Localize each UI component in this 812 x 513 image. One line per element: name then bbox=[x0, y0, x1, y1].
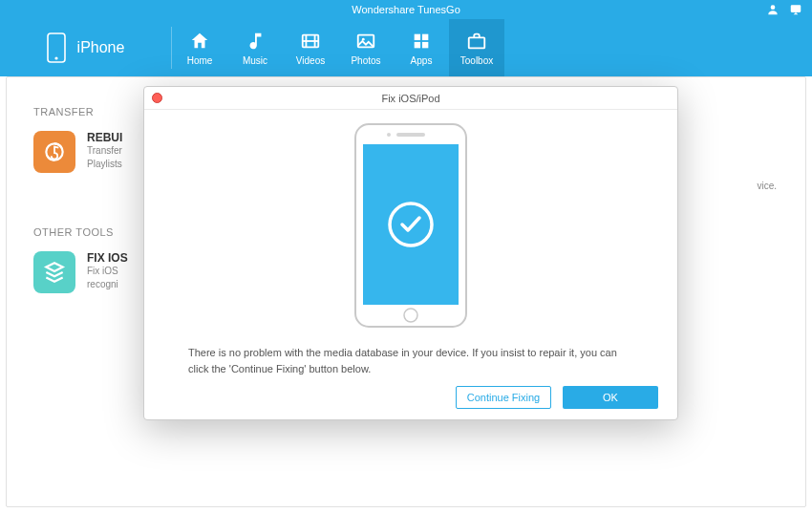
feedback-icon[interactable] bbox=[789, 3, 802, 16]
nav-label: Photos bbox=[351, 55, 380, 66]
nav-label: Apps bbox=[411, 55, 433, 66]
tool-title: FIX IOS bbox=[87, 251, 128, 265]
nav-label: Music bbox=[243, 55, 267, 66]
nav-label: Toolbox bbox=[460, 55, 493, 66]
nav-home[interactable]: Home bbox=[172, 19, 227, 76]
svg-point-0 bbox=[771, 5, 776, 10]
close-icon[interactable] bbox=[152, 93, 162, 103]
nav-label: Home bbox=[187, 55, 213, 66]
fix-ios-icon bbox=[33, 251, 75, 293]
svg-point-3 bbox=[54, 56, 57, 59]
main-nav: iPhone Home Music Videos Photos Apps Too… bbox=[0, 19, 812, 76]
nav-music[interactable]: Music bbox=[227, 19, 283, 76]
svg-point-19 bbox=[387, 133, 391, 137]
nav-label: Videos bbox=[296, 55, 325, 66]
tool-desc: recogni bbox=[87, 278, 128, 291]
svg-rect-10 bbox=[415, 33, 420, 39]
svg-rect-18 bbox=[396, 133, 425, 137]
svg-rect-13 bbox=[422, 41, 428, 47]
tool-desc: Playlists bbox=[87, 158, 122, 171]
device-selector[interactable]: iPhone bbox=[0, 27, 172, 69]
svg-rect-17 bbox=[363, 144, 459, 305]
app-title: Wondershare TunesGo bbox=[352, 4, 460, 15]
svg-rect-11 bbox=[422, 33, 428, 39]
modal-footer: Continue Fixing OK bbox=[144, 376, 677, 422]
rebuild-icon bbox=[33, 131, 75, 173]
svg-rect-14 bbox=[469, 37, 485, 48]
overflow-text: vice. bbox=[757, 181, 777, 191]
modal-title: Fix iOS/iPod bbox=[381, 93, 439, 104]
tool-title: REBUI bbox=[87, 131, 122, 144]
app-titlebar: Wondershare TunesGo bbox=[0, 0, 812, 19]
device-name: iPhone bbox=[77, 39, 125, 56]
continue-fixing-button[interactable]: Continue Fixing bbox=[456, 386, 551, 409]
svg-rect-1 bbox=[791, 5, 801, 12]
phone-icon bbox=[47, 32, 66, 63]
svg-rect-22 bbox=[354, 182, 355, 198]
nav-toolbox[interactable]: Toolbox bbox=[449, 19, 504, 76]
svg-rect-21 bbox=[354, 161, 355, 177]
nav-videos[interactable]: Videos bbox=[283, 19, 338, 76]
fix-ios-modal: Fix iOS/iPod There is no problem with th… bbox=[143, 86, 678, 420]
phone-illustration bbox=[354, 123, 467, 331]
svg-rect-12 bbox=[415, 41, 420, 47]
tool-desc: Transfer bbox=[87, 144, 122, 158]
tool-desc: Fix iOS bbox=[87, 265, 128, 278]
modal-message: There is no problem with the media datab… bbox=[188, 345, 633, 376]
nav-photos[interactable]: Photos bbox=[338, 19, 394, 76]
nav-apps[interactable]: Apps bbox=[394, 19, 449, 76]
modal-header: Fix iOS/iPod bbox=[144, 87, 677, 110]
ok-button[interactable]: OK bbox=[563, 386, 658, 409]
user-icon[interactable] bbox=[766, 3, 780, 16]
